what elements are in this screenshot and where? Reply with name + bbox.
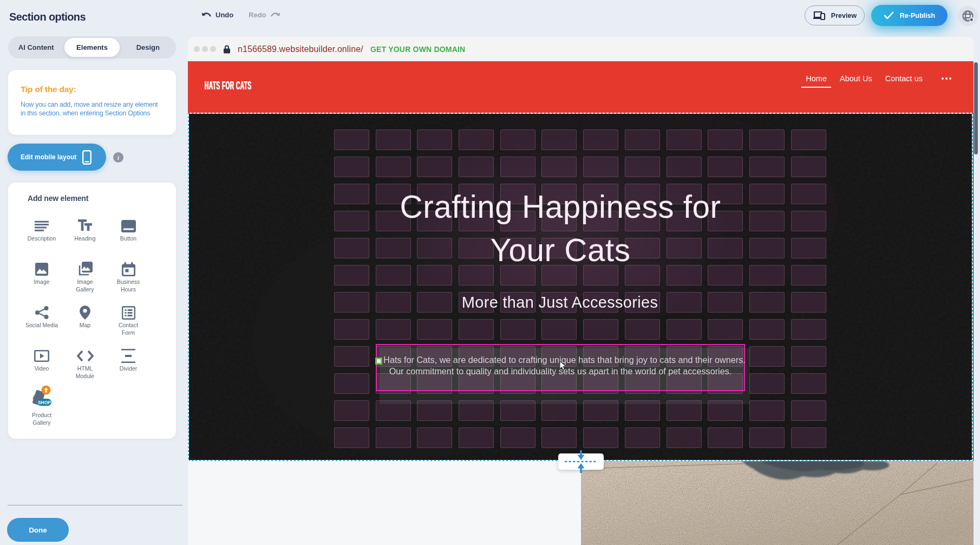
- svg-text:SHOP: SHOP: [38, 400, 51, 405]
